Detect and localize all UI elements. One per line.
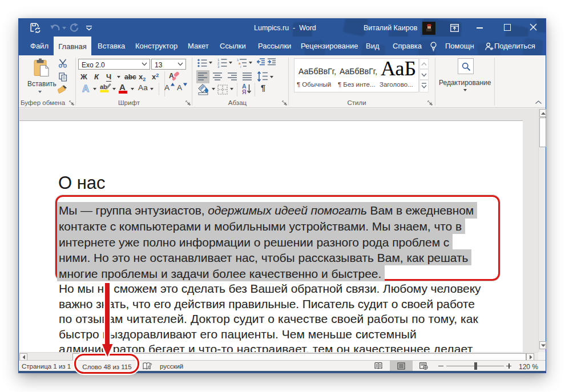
svg-text:A: A [82, 83, 89, 94]
svg-text:i: i [240, 65, 241, 68]
svg-text:Я: Я [242, 88, 247, 95]
svg-text:3: 3 [217, 65, 220, 68]
